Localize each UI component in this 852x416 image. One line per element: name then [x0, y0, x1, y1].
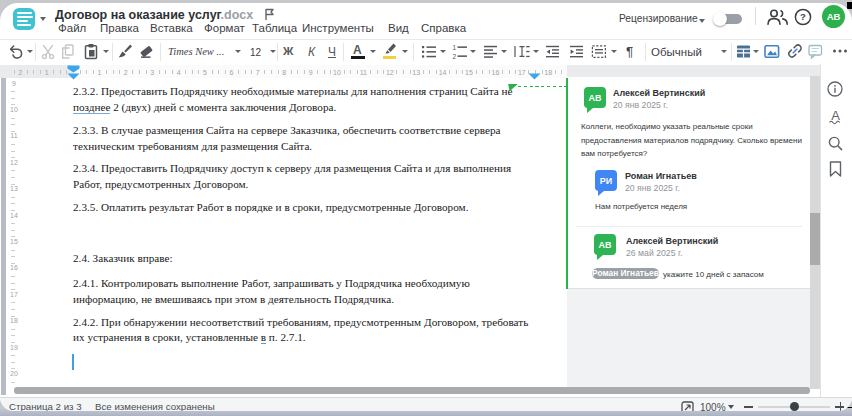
svg-text:АВ: АВ — [589, 93, 602, 103]
svg-text:2: 2 — [453, 53, 457, 59]
svg-text:АВ: АВ — [599, 240, 612, 250]
svg-text:?: ? — [800, 11, 806, 22]
svg-text:1: 1 — [453, 44, 457, 51]
svg-text:РИ: РИ — [600, 176, 612, 186]
svg-text:А: А — [831, 108, 840, 123]
